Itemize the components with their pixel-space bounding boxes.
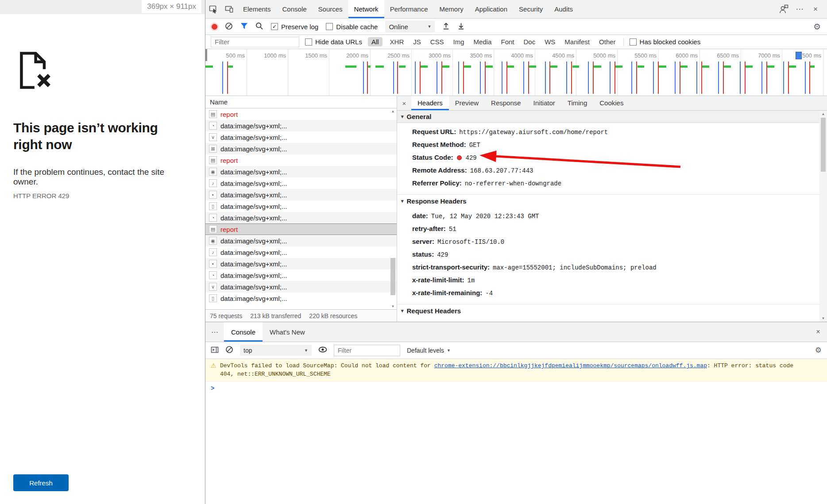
- request-row[interactable]: ▪data:image/svg+xml;...: [205, 189, 397, 200]
- close-devtools-icon[interactable]: ×: [809, 3, 822, 15]
- filter-type-manifest[interactable]: Manifest: [563, 37, 591, 46]
- timeline-request-bar: [594, 65, 601, 68]
- drawer-more-icon[interactable]: ⋯: [205, 322, 224, 342]
- refresh-button[interactable]: Refresh: [13, 474, 69, 491]
- devtools-panel: ElementsConsoleSourcesNetworkPerformance…: [205, 0, 827, 504]
- request-row[interactable]: ♪data:image/svg+xml;...: [205, 177, 397, 189]
- request-row[interactable]: ◔data:image/svg+xml;...: [205, 120, 397, 131]
- filter-type-img[interactable]: Img: [452, 37, 466, 46]
- scrollbar-thumb[interactable]: [390, 258, 395, 295]
- scroll-up-icon[interactable]: ▲: [390, 108, 396, 114]
- feedback-icon[interactable]: [777, 3, 790, 15]
- section-header[interactable]: ▾Request Headers: [397, 304, 819, 317]
- filter-type-font[interactable]: Font: [499, 37, 516, 46]
- request-row[interactable]: ∨data:image/svg+xml;...: [205, 131, 397, 143]
- console-tab-what-s-new[interactable]: What's New: [263, 322, 312, 342]
- console-settings-gear-icon[interactable]: ⚙: [815, 346, 822, 355]
- request-row[interactable]: ◔data:image/svg+xml;...: [205, 269, 397, 281]
- request-list-scrollbar[interactable]: ▲ ▼: [390, 108, 396, 309]
- details-tab-cookies[interactable]: Cookies: [593, 96, 630, 110]
- request-row[interactable]: ◉data:image/svg+xml;...: [205, 166, 397, 177]
- details-tab-initiator[interactable]: Initiator: [527, 96, 561, 110]
- scroll-down-icon[interactable]: ▼: [390, 304, 396, 309]
- hide-data-urls-checkbox[interactable]: [305, 38, 312, 46]
- hide-data-urls-group[interactable]: Hide data URLs: [305, 38, 362, 46]
- inspect-element-icon[interactable]: [205, 0, 221, 18]
- scroll-down-icon[interactable]: ▼: [819, 315, 827, 321]
- close-details-icon[interactable]: ×: [397, 96, 411, 110]
- tab-elements[interactable]: Elements: [237, 0, 277, 18]
- tab-performance[interactable]: Performance: [384, 0, 434, 18]
- details-scrollbar[interactable]: ▲ ▼: [819, 111, 827, 322]
- request-row[interactable]: ⊠data:image/svg+xml;...: [205, 143, 397, 154]
- filter-type-ws[interactable]: WS: [543, 37, 557, 46]
- console-filter-input[interactable]: [334, 345, 400, 356]
- dcl-event-line: [222, 62, 223, 94]
- request-row[interactable]: ▯data:image/svg+xml;...: [205, 200, 397, 212]
- clear-icon[interactable]: [225, 22, 233, 31]
- tab-security[interactable]: Security: [513, 0, 549, 18]
- scrollbar-thumb[interactable]: [821, 118, 826, 172]
- tab-audits[interactable]: Audits: [549, 0, 579, 18]
- details-tab-response[interactable]: Response: [485, 96, 527, 110]
- filter-funnel-icon[interactable]: [240, 23, 248, 31]
- details-tab-preview[interactable]: Preview: [449, 96, 485, 110]
- viewport-size-badge: 369px × 911px: [142, 0, 201, 13]
- request-row[interactable]: ▤report: [205, 223, 397, 235]
- filter-type-media[interactable]: Media: [472, 37, 494, 46]
- export-har-icon[interactable]: [457, 22, 465, 31]
- request-row[interactable]: ◉data:image/svg+xml;...: [205, 235, 397, 246]
- throttling-select[interactable]: Online ▼: [385, 21, 435, 32]
- request-row[interactable]: ▤report: [205, 108, 397, 120]
- more-options-icon[interactable]: ⋯: [793, 3, 806, 15]
- console-tab-console[interactable]: Console: [224, 322, 263, 342]
- disable-cache-checkbox[interactable]: [326, 23, 333, 30]
- preserve-log-checkbox[interactable]: ✓: [271, 23, 278, 30]
- network-overview-timeline[interactable]: 500 ms1000 ms1500 ms2000 ms2500 ms3000 m…: [205, 49, 827, 96]
- request-row[interactable]: ▤report: [205, 154, 397, 166]
- device-toolbar-icon[interactable]: [221, 0, 237, 18]
- console-sidebar-toggle-icon[interactable]: [211, 346, 219, 355]
- preserve-log-group[interactable]: ✓ Preserve log: [271, 23, 318, 31]
- clear-console-icon[interactable]: [225, 346, 233, 355]
- filter-type-xhr[interactable]: XHR: [388, 37, 406, 46]
- eye-icon[interactable]: [318, 346, 327, 354]
- filter-type-all[interactable]: All: [368, 37, 383, 46]
- tab-memory[interactable]: Memory: [434, 0, 469, 18]
- load-event-line: [571, 62, 572, 94]
- request-row[interactable]: ▯data:image/svg+xml;...: [205, 292, 397, 304]
- console-levels-select[interactable]: Default levels ▼: [407, 347, 451, 354]
- details-tab-headers[interactable]: Headers: [411, 96, 449, 110]
- request-row[interactable]: ♪data:image/svg+xml;...: [205, 246, 397, 258]
- request-row[interactable]: ▪data:image/svg+xml;...: [205, 258, 397, 269]
- scroll-up-icon[interactable]: ▲: [819, 111, 827, 117]
- name-column-header[interactable]: Name: [205, 96, 397, 108]
- tab-network[interactable]: Network: [348, 0, 384, 18]
- search-icon[interactable]: [255, 22, 263, 31]
- request-row[interactable]: ◔data:image/svg+xml;...: [205, 212, 397, 223]
- filter-type-js[interactable]: JS: [411, 37, 423, 46]
- clock-icon: ◔: [209, 122, 217, 130]
- blocked-cookies-group[interactable]: Has blocked cookies: [630, 38, 701, 46]
- filter-type-doc[interactable]: Doc: [522, 37, 537, 46]
- record-icon[interactable]: [212, 24, 217, 30]
- close-drawer-icon[interactable]: ×: [809, 322, 827, 342]
- status-dot-icon: [457, 155, 462, 160]
- console-prompt-icon[interactable]: >: [205, 381, 827, 396]
- details-tab-timing[interactable]: Timing: [561, 96, 593, 110]
- filter-type-other[interactable]: Other: [597, 37, 618, 46]
- request-row[interactable]: ∨data:image/svg+xml;...: [205, 281, 397, 292]
- sourcemap-link[interactable]: chrome-extension://bbcinlkgjjkejfdpemiea…: [434, 362, 707, 369]
- network-settings-gear-icon[interactable]: ⚙: [813, 22, 821, 32]
- console-context-select[interactable]: top ▼: [240, 345, 312, 356]
- import-har-icon[interactable]: [442, 22, 450, 31]
- tab-sources[interactable]: Sources: [313, 0, 348, 18]
- tab-console[interactable]: Console: [277, 0, 313, 18]
- filter-type-css[interactable]: CSS: [429, 37, 446, 46]
- network-filter-input[interactable]: [211, 37, 299, 47]
- tab-application[interactable]: Application: [469, 0, 513, 18]
- disable-cache-group[interactable]: Disable cache: [326, 23, 378, 31]
- blocked-cookies-checkbox[interactable]: [630, 38, 637, 46]
- section-header[interactable]: ▾Response Headers: [397, 195, 819, 207]
- section-header[interactable]: ▾General: [397, 111, 819, 123]
